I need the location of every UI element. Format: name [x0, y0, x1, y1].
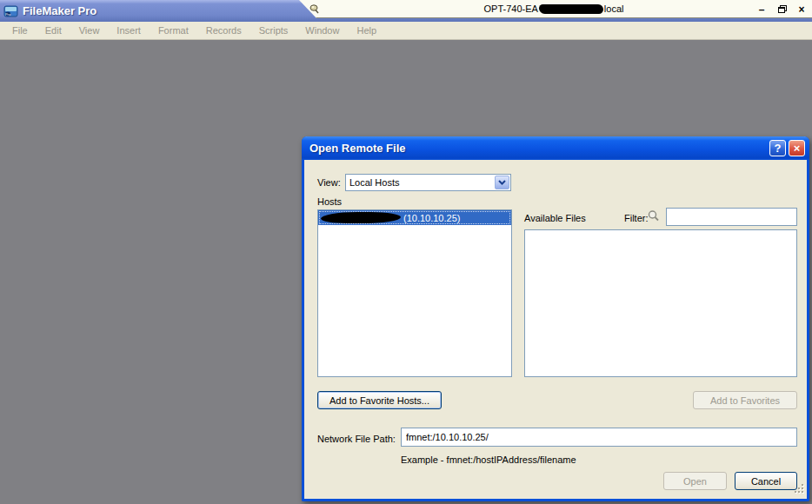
chevron-down-icon[interactable]	[495, 176, 509, 189]
menu-item-records[interactable]: Records	[197, 25, 250, 36]
dialog-titlebar[interactable]: Open Remote File ? ×	[302, 136, 809, 160]
open-button: Open	[663, 472, 727, 490]
filemaker-app-icon: Pro	[3, 4, 19, 18]
filter-label: Filter:	[624, 213, 649, 223]
open-remote-file-dialog: Open Remote File ? × View: Local Hosts H…	[302, 136, 809, 501]
svg-text:Pro: Pro	[5, 12, 11, 17]
search-icon	[647, 209, 660, 222]
menu-item-file[interactable]: File	[3, 25, 37, 36]
add-to-favorites-button: Add to Favorites	[693, 391, 797, 409]
menu-item-scripts[interactable]: Scripts	[250, 25, 297, 36]
menu-bar: File Edit View Insert Format Records Scr…	[0, 22, 812, 40]
view-select-value: Local Hosts	[349, 177, 399, 188]
dialog-title: Open Remote File	[309, 142, 767, 155]
menu-item-view[interactable]: View	[70, 25, 109, 36]
host-ip: (10.10.10.25)	[403, 213, 460, 223]
rdp-host-suffix: local	[604, 3, 624, 14]
available-files-label: Available Files	[524, 213, 586, 223]
close-icon[interactable]: ×	[796, 2, 807, 17]
help-button[interactable]: ?	[769, 140, 786, 156]
menu-item-edit[interactable]: Edit	[37, 25, 70, 36]
redaction-blob	[321, 212, 401, 223]
app-title: FileMaker Pro	[23, 4, 97, 17]
close-button[interactable]: ×	[789, 140, 805, 156]
minimize-icon[interactable]: –	[756, 2, 767, 17]
host-list-item-selected[interactable]: (10.10.10.25)	[318, 210, 511, 225]
hosts-label: Hosts	[317, 196, 342, 207]
view-label: View:	[317, 177, 341, 188]
redaction-blob	[539, 4, 603, 14]
rdp-window-controls: – ×	[756, 0, 807, 18]
rdp-host-prefix: OPT-740-EA	[484, 3, 538, 14]
add-to-favorite-hosts-button[interactable]: Add to Favorite Hosts...	[317, 391, 442, 409]
network-file-path-label: Network File Path:	[317, 434, 396, 444]
network-file-path-input[interactable]	[401, 428, 797, 447]
dialog-body: View: Local Hosts Hosts (10.10.10.25) Av…	[304, 160, 807, 496]
example-text: Example - fmnet:/hostIPAddress/filename	[401, 454, 576, 465]
menu-item-format[interactable]: Format	[150, 25, 197, 36]
restore-icon[interactable]	[776, 2, 787, 17]
menu-item-window[interactable]: Window	[296, 25, 348, 36]
menu-item-help[interactable]: Help	[348, 25, 385, 36]
available-files-list[interactable]	[524, 229, 797, 377]
rdp-host-label: OPT-740-EAlocal	[296, 3, 812, 15]
cancel-button[interactable]: Cancel	[735, 472, 797, 490]
hosts-list[interactable]: (10.10.10.25)	[317, 209, 512, 377]
filter-input[interactable]	[666, 208, 797, 226]
menu-item-insert[interactable]: Insert	[108, 25, 150, 36]
view-select[interactable]: Local Hosts	[345, 174, 511, 191]
resize-grip[interactable]	[795, 484, 806, 495]
rdp-connection-bar: OPT-740-EAlocal – ×	[296, 0, 812, 18]
